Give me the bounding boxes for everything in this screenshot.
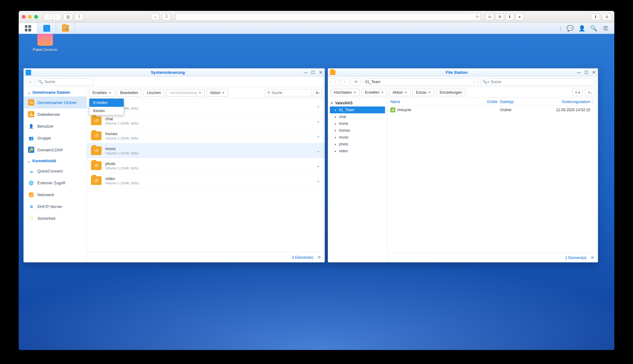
extras-button[interactable]: Extras▼ [412,89,434,96]
settings-icon[interactable]: ⚙ [495,13,504,20]
sidebar-item-shared-folder[interactable]: ⇆Gemeinsamer Ordner [24,97,86,108]
folder-row[interactable]: ↺photoVolume 1 (SHR, btrfs)⌄ [87,158,325,173]
chevron-down-icon[interactable]: ⌄ [316,118,320,123]
sidebar-item-domain[interactable]: 🔑Domain/LDAP [24,144,86,156]
chevron-down-icon[interactable]: ⌄ [316,133,320,138]
file-station-search-input[interactable] [491,80,593,84]
minimize-window-icon[interactable] [28,15,32,19]
control-panel-search-input[interactable] [45,80,91,84]
chat-icon[interactable]: 💬 [567,25,573,31]
home-icon[interactable]: ⌂ [151,13,159,20]
sidebar-item-file-services[interactable]: 🖧Dateidienste [24,108,86,120]
encryption-button[interactable]: Verschlüsselung▼ [166,89,205,97]
delete-button[interactable]: Löschen [144,89,164,97]
column-menu-icon[interactable]: ⋮ [590,100,595,104]
file-row[interactable]: ♻#recycle Ordner 12.05.2020 14:52:15 [387,106,598,114]
upload-button[interactable]: Hochladen▼ [331,89,359,96]
user-icon[interactable]: 👤 [579,25,585,31]
taskbar-control-panel[interactable] [37,23,56,34]
chevron-down-icon[interactable]: ⌄ [316,103,320,108]
file-station-titlebar[interactable]: File Station — ☐ ✕ [328,69,598,77]
control-panel-search[interactable]: 🔍 [36,78,93,86]
sidebar-item-security[interactable]: 🛡Sicherheit [24,212,86,224]
shared-folder-list[interactable]: ↺01_TeamVolume 1 (SHR, btrfs)⌄ ↺chatVolu… [87,98,325,252]
taskbar-main-menu[interactable] [19,23,37,34]
close-window-icon[interactable] [22,15,26,19]
forward-button[interactable]: 〉 [341,78,350,86]
tree-item[interactable]: ▸music [328,134,387,141]
apps-icon[interactable]: ⠿ [162,13,171,20]
tree-item[interactable]: ▸photo [328,141,387,148]
column-date[interactable]: Änderungsdatum [534,100,590,104]
shield-icon[interactable]: ⊘ [485,13,494,20]
minimize-icon[interactable]: — [303,70,308,75]
chevron-down-icon[interactable]: ⌄ [316,163,320,168]
back-button[interactable]: 〈 [331,78,339,86]
action-button[interactable]: Aktion▼ [389,89,411,96]
sidebar-toggle-button[interactable]: ▥ [64,13,72,20]
edit-button[interactable]: Bearbeiten [117,89,142,97]
reload-icon[interactable]: ⟳ [318,255,321,260]
control-panel-sidebar[interactable]: ⌄Gemeinsame Dateien ⇆Gemeinsamer Ordner … [24,87,87,262]
share-button[interactable]: ⇪ [75,13,83,20]
tree-item[interactable]: ▸video [328,148,387,154]
create-button[interactable]: Erstellen▼ [361,89,387,96]
reload-icon[interactable]: ⟳ [476,15,479,19]
view-mode-button[interactable]: ≡ ▾ [572,89,583,96]
create-button[interactable]: Erstellen▼ [89,89,115,97]
sidebar-item-network[interactable]: 📶Netzwerk [24,189,86,201]
download-icon[interactable]: ⬇ [505,13,514,20]
action-button[interactable]: Aktion▼ [207,89,228,97]
sidebar-item-quickconnect[interactable]: ☁QuickConnect [24,165,86,177]
chevron-down-icon[interactable]: ⌄ [316,148,320,153]
sidebar-item-dhcp[interactable]: 🖥DHCP-Server [24,201,86,212]
folder-row[interactable]: ↺musicVolume 1 (SHR, btrfs)⌄ [87,143,325,158]
tree-root[interactable]: ▾ValesNAS [328,100,387,106]
home-button[interactable]: ⌂ [26,78,34,86]
minimize-icon[interactable]: — [577,70,581,75]
file-station-search[interactable]: 🔍▾ [480,78,595,86]
sort-button[interactable]: ≡↓ [313,89,322,97]
url-bar[interactable]: ⟳ [175,13,481,21]
reload-icon[interactable]: ⟳ [591,256,594,260]
star-icon[interactable]: ☆ [472,80,476,84]
path-input[interactable]: 01_Team☆ [362,78,478,86]
column-type[interactable]: Dateityp [500,100,534,104]
maximize-icon[interactable]: ☐ [311,70,315,75]
folder-row[interactable]: ↺chatVolume 1 (SHR, btrfs)⌄ [87,113,325,128]
alert-icon[interactable]: ● [515,13,524,20]
desktop-icon-package-center[interactable]: Paket-Zentrum [33,32,58,52]
close-icon[interactable]: ✕ [592,70,596,75]
folder-search[interactable]: ⧩ [265,89,312,97]
sidebar-item-groups[interactable]: 👥Gruppe [24,132,86,144]
taskbar-file-station[interactable]: 🔍 [56,23,75,34]
maximize-icon[interactable]: ☐ [584,70,588,75]
control-panel-titlebar[interactable]: Systemsteuerung — ☐ ✕ [24,69,325,77]
dropdown-item-clone[interactable]: Klonen [89,107,124,115]
sidebar-group-shared[interactable]: ⌄Gemeinsame Dateien [24,87,86,97]
sidebar-item-external-access[interactable]: 🌐Externer Zugriff [24,177,86,189]
folder-row[interactable]: ↺homesVolume 1 (SHR, btrfs)⌄ [87,128,325,143]
sidebar-item-users[interactable]: 👤Benutzer [24,120,86,132]
tabs-icon[interactable]: ⧉ [602,13,611,20]
close-icon[interactable]: ✕ [318,70,323,75]
maximize-window-icon[interactable] [34,15,38,19]
folder-search-input[interactable] [272,91,318,95]
reload-button[interactable]: ⟳ [352,78,360,86]
tree-item[interactable]: ▸chat [328,113,387,120]
file-station-tree[interactable]: ▾ValesNAS ▸01_Team ▸chat ▸home ▸homes ▸m… [328,98,387,262]
settings-button[interactable]: Einstellungen [436,89,465,96]
search-icon[interactable]: 🔍 [591,25,597,31]
column-name[interactable]: Name [390,100,481,104]
dropdown-item-create[interactable]: Erstellen [89,99,124,107]
back-button[interactable]: 〈 [44,13,52,20]
sidebar-group-connectivity[interactable]: ⌄Konnektivität [24,156,86,165]
chevron-down-icon[interactable]: ⌄ [316,178,320,183]
widgets-icon[interactable]: ☰ [602,25,609,31]
forward-button[interactable]: 〉 [52,13,61,20]
tree-item[interactable]: ▸homes [328,127,387,134]
folder-row[interactable]: ↺videoVolume 1 (SHR, btrfs)⌄ [87,173,325,188]
sort-button[interactable]: ≡↓ [585,89,595,96]
downloads-icon[interactable]: ⬇ [591,13,600,20]
tree-item[interactable]: ▸01_Team [330,106,385,113]
